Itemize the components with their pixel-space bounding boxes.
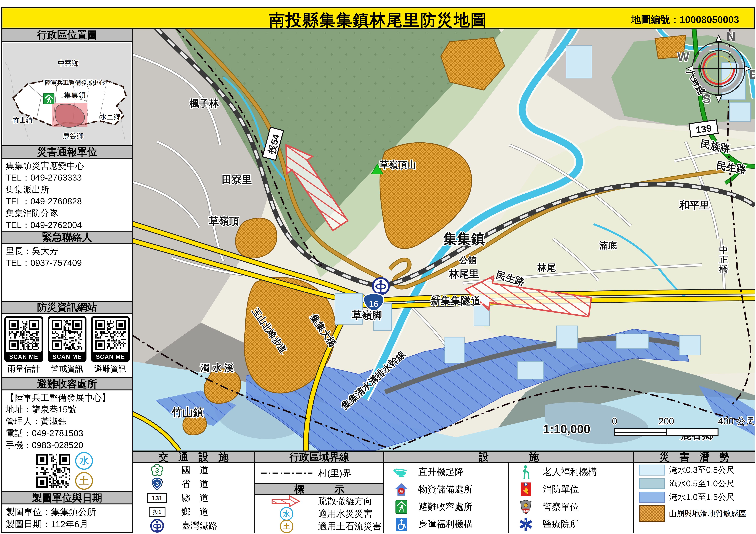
shelter-facility-icon <box>395 499 408 514</box>
railway-station-icon <box>373 278 389 294</box>
legend-hazard: 災 害 潛 勢 淹水0.3至0.5公尺 淹水0.5至1.0公尺 淹水1.0至1.… <box>634 452 755 533</box>
svg-text:糧: 糧 <box>399 489 403 493</box>
qr-card-rain: SCAN ME <box>4 316 43 362</box>
main-map: 16 139 投54 楓子林田寮里草嶺頂草嶺頂山草嶺脚集集鎮公館林尾里民生路林尾… <box>133 29 755 450</box>
legend-county-label: 縣 道 <box>181 492 208 504</box>
svg-text:投1: 投1 <box>153 509 161 515</box>
svg-text:3: 3 <box>155 467 159 474</box>
map-label-hepingli: 和平里 <box>679 200 710 211</box>
shield-139-number: 139 <box>695 122 712 136</box>
compass-n: N <box>726 29 736 44</box>
legend-facilities: 設 施 直升機起降 <box>384 452 634 533</box>
section-title-info-sites: 防災資訊網站 <box>2 301 132 314</box>
legend-facilities-title: 設 施 <box>384 452 633 463</box>
water-disaster-icon: 水 <box>75 452 93 470</box>
legend-railway-label: 臺灣鐵路 <box>181 520 218 532</box>
supply-storage-icon: 糧 <box>394 482 409 496</box>
scale-tick-0: 0 <box>612 416 617 426</box>
scanme-label: SCAN ME <box>93 352 128 361</box>
compass-s: S <box>703 91 711 106</box>
section-title-report-units: 災害通報單位 <box>2 145 132 159</box>
location-inset-map: 中寮鄉 陸軍兵工整備發展中心 集集鎮 竹山鎮 水里鄉 鹿谷鄉 <box>2 42 132 159</box>
flood-03-05-label: 淹水0.3至0.5公尺 <box>669 464 735 476</box>
soil-disaster-icon: 土 <box>75 472 93 490</box>
legend: 交 通 設 施 3 國 道 3 省 道 <box>133 450 755 533</box>
qr-code-rain <box>9 320 39 350</box>
scanme-label: SCAN ME <box>6 352 41 361</box>
report-line: TEL：049-2763333 <box>6 172 128 184</box>
shield-16-number: 16 <box>369 299 378 309</box>
map-label-zhongzhengqiao: 中正橋 <box>719 245 728 274</box>
report-line: TEL：049-2760828 <box>6 195 128 207</box>
evacuation-direction-icon <box>270 494 303 508</box>
sidebar: 行政區位置圖 <box>2 29 133 532</box>
section-title-emergency: 緊急聯絡人 <box>2 231 132 244</box>
legend-township-label: 鄉 道 <box>181 506 208 518</box>
legend-debris-applicable-label: 適用土石流災害 <box>318 520 382 533</box>
debris-applicable-icon: 土 <box>280 520 293 533</box>
map-label-nandi: 湳底 <box>599 241 617 250</box>
emergency-line: 里長：吳大芳 <box>6 245 128 257</box>
map-label-gongguan: 公館 <box>459 255 477 265</box>
qr-label-evac: 避難資訊 <box>91 364 130 374</box>
inset-label-jiji: 集集鎮 <box>64 91 86 99</box>
qr-label-alert: 警戒資訊 <box>48 364 87 374</box>
section-title-shelter: 避難收容處所 <box>2 377 132 391</box>
legend-national-label: 國 道 <box>181 464 208 476</box>
qr-label-rain: 雨量估計 <box>4 364 43 374</box>
report-line: 集集消防分隊 <box>6 207 128 219</box>
legend-boundary-title: 行政區域界線 <box>255 452 383 463</box>
scale-ratio: 1:10,000 <box>543 422 590 436</box>
map-label-caolingdingshan: 草嶺頂山 <box>380 160 416 170</box>
scale-tick-400: 400 公尺 <box>718 416 755 426</box>
report-units-content: 集集鎮災害應變中心 TEL：049-2763333 集集派出所 TEL：049-… <box>2 159 132 231</box>
section-title-location-map: 行政區位置圖 <box>2 29 132 42</box>
flood-05-10-swatch <box>639 478 665 489</box>
shelter-line: 【陸軍兵工整備發展中心】 <box>6 392 128 403</box>
flood-03-05-swatch <box>639 465 665 475</box>
legend-transport-title: 交 通 設 施 <box>133 452 254 463</box>
shelter-line: 電話：049-2781503 <box>6 427 128 439</box>
shelter-line: 地址：龍泉巷15號 <box>6 403 128 415</box>
qr-code-evac <box>95 320 126 350</box>
inset-label-shuili: 水里鄉 <box>100 113 120 121</box>
disability-welfare-icon <box>395 517 408 532</box>
map-number: 地圖編號：10008050003 <box>631 13 739 26</box>
map-svg: 16 139 投54 楓子林田寮里草嶺頂草嶺頂山草嶺脚集集鎮公館林尾里民生路林尾… <box>133 29 755 450</box>
legend-elderly-label: 老人福利機構 <box>543 466 597 478</box>
map-label-tianliaoli: 田寮里 <box>222 174 252 185</box>
qr-card-evac: SCAN ME <box>91 316 130 362</box>
scale-tick-200: 200 <box>659 416 674 426</box>
police-icon: POLICE <box>520 499 532 514</box>
inset-label-army: 陸軍兵工整備發展中心 <box>45 79 105 86</box>
medical-icon <box>519 517 533 532</box>
publisher-line: 製圖單位：集集鎮公所 <box>6 506 128 518</box>
national-highway-icon: 3 <box>150 463 165 478</box>
legend-transport: 交 通 設 施 3 國 道 3 省 道 <box>133 452 255 533</box>
map-label-linweili: 林尾里 <box>449 268 479 280</box>
compass-w: W <box>677 50 689 64</box>
legend-helipad-label: 直升機起降 <box>418 466 464 478</box>
report-line: 集集派出所 <box>6 184 128 195</box>
flood-10-15-label: 淹水1.0至1.5公尺 <box>669 492 735 503</box>
landslide-label: 山崩與地滑地質敏感區 <box>669 509 746 518</box>
elderly-welfare-icon <box>519 465 532 479</box>
map-label-fengzilin: 楓子林 <box>189 98 219 109</box>
legend-provincial-label: 省 道 <box>181 478 208 490</box>
flood-05-10-label: 淹水0.5至1.0公尺 <box>669 478 735 489</box>
inset-label-zhongliao: 中寮鄉 <box>58 60 78 67</box>
publisher-content: 製圖單位：集集鎮公所 製圖日期：112年6月 <box>2 504 132 530</box>
flood-10-15-swatch <box>639 492 665 503</box>
flood-applicable-icon: 水 <box>280 507 293 521</box>
provincial-highway-icon: 3 <box>150 477 165 492</box>
map-label-zhuoshuixi: 濁 水 溪 <box>200 363 233 373</box>
map-label-jijizhen: 集集鎮 <box>443 231 485 246</box>
qr-card-alert: SCAN ME <box>48 316 87 362</box>
map-label-caolingding: 草嶺頂 <box>209 216 239 227</box>
scanme-label: SCAN ME <box>49 352 85 361</box>
map-label-xinjiji: 新集集隧道 <box>431 295 481 306</box>
shelter-content: 【陸軍兵工整備發展中心】 地址：龍泉巷15號 管理人：黃淑鈺 電話：049-27… <box>2 391 132 491</box>
svg-text:3: 3 <box>155 481 159 487</box>
inset-shelter-icon <box>43 93 54 104</box>
helipad-icon <box>393 466 409 478</box>
